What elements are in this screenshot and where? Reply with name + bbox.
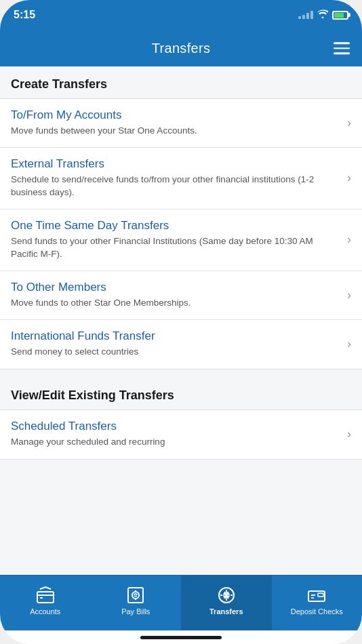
accounts-icon — [35, 586, 56, 605]
list-item-desc: Manage your scheduled and recurring — [11, 436, 339, 449]
chevron-right-icon: › — [347, 233, 351, 247]
list-item-content: External Transfers Schedule to send/rece… — [11, 157, 347, 199]
list-item-external-transfers[interactable]: External Transfers Schedule to send/rece… — [0, 148, 362, 209]
app-header: Transfers — [0, 30, 362, 66]
phone-frame: 5:15 Transfers — [0, 0, 362, 644]
svg-rect-2 — [128, 588, 143, 603]
home-indicator — [0, 630, 362, 644]
menu-line-2 — [334, 47, 350, 49]
list-item-same-day-transfers[interactable]: One Time Same Day Transfers Send funds t… — [0, 209, 362, 271]
list-item-desc: Move funds to other Star One Memberships… — [11, 297, 339, 310]
tab-accounts[interactable]: Accounts — [0, 576, 91, 630]
chevron-right-icon: › — [347, 116, 351, 130]
tab-transfers-label: Transfers — [209, 607, 243, 616]
list-item-title: External Transfers — [11, 157, 339, 171]
svg-rect-11 — [318, 593, 323, 597]
tab-transfers[interactable]: Transfers — [181, 576, 272, 630]
tab-deposit-checks-label: Deposit Checks — [291, 607, 343, 616]
list-item-title: One Time Same Day Transfers — [11, 219, 339, 233]
menu-line-3 — [334, 52, 350, 54]
chevron-right-icon: › — [347, 337, 351, 351]
battery-icon — [332, 11, 348, 20]
content-area: Create Transfers To/From My Accounts Mov… — [0, 66, 362, 575]
list-item-content: Scheduled Transfers Manage your schedule… — [11, 420, 347, 449]
tab-bar: Accounts Pay Bills — [0, 575, 362, 630]
svg-rect-0 — [37, 592, 54, 603]
wifi-icon — [317, 9, 328, 20]
tab-pay-bills[interactable]: Pay Bills — [91, 576, 182, 630]
tab-deposit-checks[interactable]: Deposit Checks — [272, 576, 363, 630]
list-item-desc: Send money to select countries — [11, 346, 339, 359]
menu-button[interactable] — [334, 42, 350, 54]
create-transfers-list: To/From My Accounts Move funds between y… — [0, 98, 362, 369]
section-gap — [0, 369, 362, 378]
view-edit-transfers-list: Scheduled Transfers Manage your schedule… — [0, 409, 362, 460]
pay-bills-icon — [125, 586, 146, 605]
menu-line-1 — [334, 42, 350, 44]
svg-point-3 — [132, 592, 139, 599]
status-icons — [298, 9, 348, 20]
list-item-other-members[interactable]: To Other Members Move funds to other Sta… — [0, 271, 362, 320]
signal-icon — [298, 11, 313, 19]
list-item-title: To Other Members — [11, 281, 339, 294]
list-item-content: International Funds Transfer Send money … — [11, 329, 347, 359]
deposit-checks-icon — [306, 586, 327, 605]
list-item-title: Scheduled Transfers — [11, 420, 339, 433]
list-item-to-from-accounts[interactable]: To/From My Accounts Move funds between y… — [0, 99, 362, 148]
status-bar: 5:15 — [0, 0, 362, 30]
view-edit-section-header: View/Edit Existing Transfers — [0, 378, 362, 409]
list-item-international-funds[interactable]: International Funds Transfer Send money … — [0, 320, 362, 369]
list-item-desc: Schedule to send/receive funds to/from y… — [11, 174, 339, 199]
list-item-content: To/From My Accounts Move funds between y… — [11, 108, 347, 138]
list-item-title: To/From My Accounts — [11, 108, 339, 122]
home-bar — [140, 636, 222, 639]
list-item-content: One Time Same Day Transfers Send funds t… — [11, 219, 347, 261]
list-item-desc: Move funds between your Star One Account… — [11, 125, 339, 138]
list-item-scheduled-transfers[interactable]: Scheduled Transfers Manage your schedule… — [0, 410, 362, 459]
list-item-content: To Other Members Move funds to other Sta… — [11, 281, 347, 310]
create-transfers-section-header: Create Transfers — [0, 66, 362, 98]
list-item-desc: Send funds to your other Financial Insti… — [11, 235, 339, 261]
tab-pay-bills-label: Pay Bills — [121, 607, 150, 616]
status-time: 5:15 — [14, 9, 35, 21]
page-title: Transfers — [152, 41, 210, 56]
list-item-title: International Funds Transfer — [11, 329, 339, 343]
chevron-right-icon: › — [347, 171, 351, 185]
tab-accounts-label: Accounts — [30, 607, 60, 616]
transfers-icon — [216, 586, 237, 605]
chevron-right-icon: › — [347, 427, 351, 441]
chevron-right-icon: › — [347, 288, 351, 302]
